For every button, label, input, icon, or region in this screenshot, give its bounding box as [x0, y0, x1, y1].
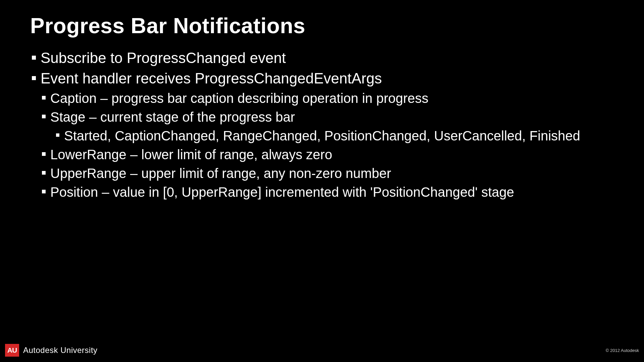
bullet-marker-icon [42, 190, 46, 193]
slide-footer: AU Autodesk University © 2012 Autodesk [0, 344, 644, 362]
bullet-marker-icon [32, 76, 36, 80]
bullet-level2: Caption – progress bar caption describin… [42, 89, 644, 107]
copyright-text: © 2012 Autodesk [606, 348, 639, 353]
bullet-marker-icon [42, 115, 46, 118]
slide-title: Progress Bar Notifications [0, 0, 644, 38]
bullet-level1: Subscribe to ProgressChanged event [32, 48, 644, 67]
bullet-text: Started, CaptionChanged, RangeChanged, P… [64, 127, 580, 145]
bullet-level2: Position – value in [0, UpperRange] incr… [42, 183, 644, 201]
bullet-marker-icon [42, 171, 46, 175]
bullet-level3: Started, CaptionChanged, RangeChanged, P… [56, 127, 644, 145]
au-logo-badge: AU [5, 344, 19, 357]
bullet-level2: LowerRange – lower limit of range, alway… [42, 145, 644, 164]
bullet-text: Caption – progress bar caption describin… [50, 89, 428, 107]
bullet-text: Position – value in [0, UpperRange] incr… [50, 183, 514, 201]
bullet-level1: Event handler receives ProgressChangedEv… [32, 69, 644, 88]
bullet-text: Event handler receives ProgressChangedEv… [41, 69, 382, 88]
bullet-level2: Stage – current stage of the progress ba… [42, 108, 644, 126]
brand-text: Autodesk University [23, 346, 98, 355]
bullet-marker-icon [42, 152, 46, 156]
bullet-text: UpperRange – upper limit of range, any n… [50, 164, 391, 182]
bullet-marker-icon [42, 96, 46, 100]
slide-content: Subscribe to ProgressChanged event Event… [0, 38, 644, 201]
bullet-marker-icon [32, 56, 36, 60]
bullet-marker-icon [56, 133, 59, 137]
bullet-text: Subscribe to ProgressChanged event [41, 48, 286, 67]
logo-group: AU Autodesk University [5, 344, 98, 357]
bullet-text: Stage – current stage of the progress ba… [50, 108, 295, 126]
bullet-text: LowerRange – lower limit of range, alway… [50, 145, 332, 164]
bullet-level2: UpperRange – upper limit of range, any n… [42, 164, 644, 182]
